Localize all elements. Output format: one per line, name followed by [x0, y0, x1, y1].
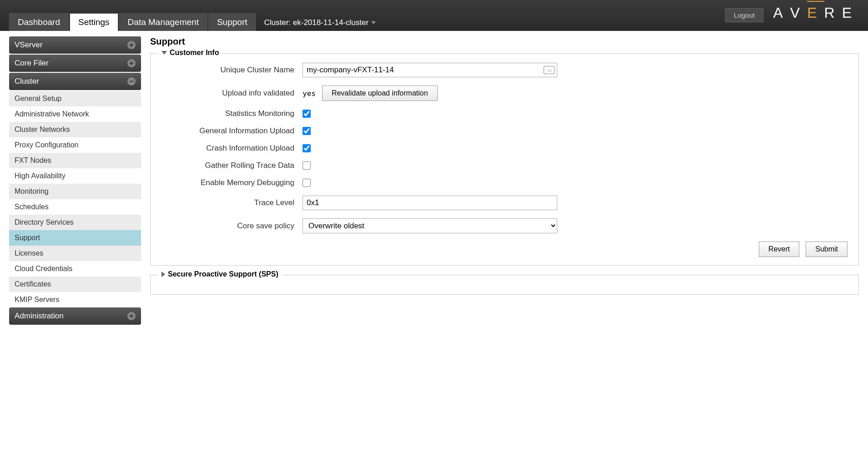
sidebar-item-certificates[interactable]: Certificates — [9, 277, 141, 292]
sidebar-item-licenses[interactable]: Licenses — [9, 246, 141, 261]
sidebar-section-label: Administration — [15, 312, 64, 321]
general-info-upload-checkbox[interactable] — [303, 127, 311, 135]
revert-button[interactable]: Revert — [759, 242, 799, 257]
crash-info-upload-label: Crash Information Upload — [161, 144, 303, 153]
gather-rolling-trace-label: Gather Rolling Trace Data — [161, 161, 303, 170]
chevron-down-icon — [371, 21, 376, 24]
content: Support Customer Info Unique Cluster Nam… — [150, 36, 859, 326]
page-title: Support — [150, 36, 859, 47]
id-card-icon: ▭ — [544, 66, 555, 74]
disclosure-open-icon — [161, 51, 167, 55]
upload-info-validated-label: Upload info validated — [161, 89, 303, 98]
cluster-selector[interactable]: Cluster: ek-2018-11-14-cluster — [257, 15, 383, 31]
logo: AVERE — [773, 5, 859, 21]
sidebar-section-vserver[interactable]: VServer — [9, 36, 141, 54]
sidebar-item-schedules[interactable]: Schedules — [9, 199, 141, 215]
sidebar-item-support[interactable]: Support — [9, 230, 141, 246]
statistics-monitoring-checkbox[interactable] — [303, 110, 311, 118]
sps-fieldset: Secure Proactive Support (SPS) — [150, 275, 859, 295]
sidebar-item-cluster-networks[interactable]: Cluster Networks — [9, 122, 141, 137]
sidebar-item-cloud-credentials[interactable]: Cloud Credentials — [9, 261, 141, 277]
tab-support[interactable]: Support — [208, 13, 256, 31]
cluster-label-text: Cluster: ek-2018-11-14-cluster — [264, 18, 368, 27]
submit-button[interactable]: Submit — [806, 242, 848, 257]
sidebar-item-kmip-servers[interactable]: KMIP Servers — [9, 292, 141, 307]
sidebar-item-proxy-configuration[interactable]: Proxy Configuration — [9, 137, 141, 153]
enable-memory-debugging-checkbox[interactable] — [303, 179, 311, 187]
plus-icon — [127, 59, 136, 67]
sidebar-item-fxt-nodes[interactable]: FXT Nodes — [9, 153, 141, 168]
sps-legend[interactable]: Secure Proactive Support (SPS) — [158, 270, 282, 278]
minus-icon — [127, 77, 136, 86]
sidebar-section-label: Cluster — [15, 77, 39, 86]
sidebar-item-administrative-network[interactable]: Administrative Network — [9, 106, 141, 122]
general-info-upload-label: General Information Upload — [161, 126, 303, 136]
tab-bar: Dashboard Settings Data Management Suppo… — [9, 13, 383, 31]
sidebar-section-core-filer[interactable]: Core Filer — [9, 55, 141, 72]
revalidate-button[interactable]: Revalidate upload information — [322, 86, 438, 101]
plus-icon — [127, 312, 136, 320]
disclosure-closed-icon — [161, 272, 165, 277]
core-save-policy-select[interactable]: Overwrite oldest — [303, 218, 557, 233]
plus-icon — [127, 41, 136, 49]
top-bar: Logout AVERE Dashboard Settings Data Man… — [0, 0, 868, 31]
sidebar-item-monitoring[interactable]: Monitoring — [9, 184, 141, 199]
sidebar: VServer Core Filer Cluster General Setup… — [9, 36, 141, 326]
customer-info-fieldset: Customer Info Unique Cluster Name ▭ Uplo… — [150, 53, 859, 266]
customer-info-legend[interactable]: Customer Info — [158, 49, 222, 57]
tab-data-management[interactable]: Data Management — [119, 13, 207, 31]
logout-button[interactable]: Logout — [725, 8, 763, 22]
statistics-monitoring-label: Statistics Monitoring — [161, 109, 303, 118]
core-save-policy-label: Core save policy — [161, 221, 303, 231]
sidebar-section-cluster[interactable]: Cluster — [9, 73, 141, 90]
sidebar-item-directory-services[interactable]: Directory Services — [9, 215, 141, 230]
enable-memory-debugging-label: Enable Memory Debugging — [161, 178, 303, 187]
sidebar-item-general-setup[interactable]: General Setup — [9, 91, 141, 106]
sidebar-item-high-availability[interactable]: High Availability — [9, 168, 141, 184]
upload-info-validated-value: yes — [303, 89, 316, 98]
sidebar-cluster-items: General Setup Administrative Network Clu… — [9, 91, 141, 307]
gather-rolling-trace-checkbox[interactable] — [303, 161, 311, 170]
unique-cluster-name-label: Unique Cluster Name — [161, 65, 303, 75]
crash-info-upload-checkbox[interactable] — [303, 144, 311, 152]
tab-dashboard[interactable]: Dashboard — [9, 13, 69, 31]
sidebar-section-label: Core Filer — [15, 59, 49, 68]
tab-settings[interactable]: Settings — [70, 13, 118, 31]
sidebar-section-administration[interactable]: Administration — [9, 307, 141, 325]
unique-cluster-name-input[interactable] — [303, 63, 557, 77]
sidebar-section-label: VServer — [15, 40, 42, 50]
trace-level-label: Trace Level — [161, 198, 303, 207]
trace-level-input[interactable] — [303, 196, 557, 210]
